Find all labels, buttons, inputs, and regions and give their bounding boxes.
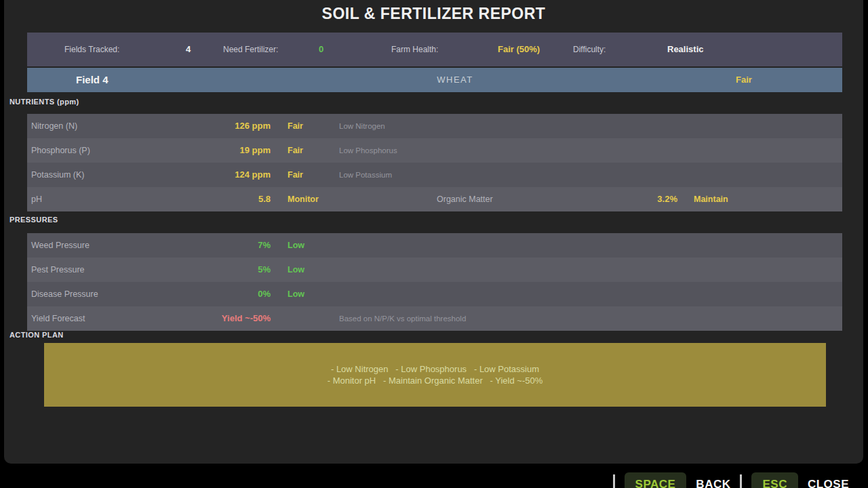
yield-forecast-label: Yield Forecast [31, 306, 85, 331]
pressure-status: Low [288, 258, 304, 282]
field-header-bar[interactable]: Field 4 WHEAT Fair [27, 68, 842, 92]
pressure-value: 7% [203, 233, 271, 258]
nutrient-label: Phosphorus (P) [31, 138, 90, 163]
action-plan-section-label: ACTION PLAN [9, 331, 64, 339]
page-title: SOIL & FERTILIZER REPORT [4, 5, 863, 23]
pressure-value: 0% [203, 282, 271, 306]
farm-health-label: Farm Health: [391, 33, 438, 66]
table-row: Potassium (K) 124 ppm Fair Low Potassium [27, 163, 842, 187]
nutrient-label: pH [31, 187, 42, 211]
esc-key-button[interactable]: ESC [751, 472, 797, 488]
space-key-button[interactable]: SPACE [625, 472, 687, 488]
organic-matter-value: 3.2% [610, 187, 677, 211]
difficulty-value: Realistic [667, 33, 703, 66]
nutrient-value: 19 ppm [203, 138, 271, 163]
nutrient-label: Potassium (K) [31, 163, 85, 187]
report-panel: SOIL & FERTILIZER REPORT Fields Tracked:… [4, 0, 863, 464]
table-row: Weed Pressure 7% Low [27, 233, 842, 258]
farm-health-value: Fair (50%) [498, 33, 540, 66]
nutrient-status: Monitor [288, 187, 319, 211]
nutrient-value: 124 ppm [203, 163, 271, 187]
table-row: pH 5.8 Monitor Organic Matter 3.2% Maint… [27, 187, 842, 211]
pressures-table: Weed Pressure 7% Low Pest Pressure 5% Lo… [27, 233, 842, 331]
action-plan-line: - Low Nitrogen - Low Phosphorus - Low Po… [331, 363, 539, 375]
key-hint-bar: SPACE BACK ESC CLOSE [613, 472, 849, 488]
nutrient-value: 5.8 [203, 187, 271, 211]
need-fertilizer-value: 0 [319, 33, 323, 66]
fields-tracked-value: 4 [186, 33, 191, 66]
organic-matter-status: Maintain [694, 187, 728, 211]
table-row: Pest Pressure 5% Low [27, 258, 842, 282]
nutrient-note: Low Nitrogen [339, 114, 385, 138]
back-button[interactable]: BACK [696, 472, 730, 488]
pressure-label: Pest Pressure [31, 258, 85, 282]
pressures-section-label: PRESSURES [9, 216, 58, 224]
table-row: Nitrogen (N) 126 ppm Fair Low Nitrogen [27, 114, 842, 138]
farm-stats-bar: Fields Tracked: 4 Need Fertilizer: 0 Far… [27, 33, 842, 66]
nutrient-value: 126 ppm [203, 114, 271, 138]
nutrients-section-label: NUTRIENTS (ppm) [9, 98, 79, 106]
difficulty-label: Difficulty: [573, 33, 606, 66]
nutrient-status: Fair [288, 114, 303, 138]
nutrient-label: Nitrogen (N) [31, 114, 77, 138]
table-row: Phosphorus (P) 19 ppm Fair Low Phosphoru… [27, 138, 842, 163]
close-button[interactable]: CLOSE [808, 472, 849, 488]
table-row: Yield Forecast Yield ~-50% Based on N/P/… [27, 306, 842, 331]
pressure-label: Weed Pressure [31, 233, 90, 258]
field-crop: WHEAT [68, 68, 842, 92]
footer-divider [740, 474, 742, 488]
pressure-status: Low [288, 282, 304, 306]
pressure-label: Disease Pressure [31, 282, 98, 306]
action-plan-box: - Low Nitrogen - Low Phosphorus - Low Po… [44, 343, 826, 407]
field-status: Fair [736, 68, 752, 92]
pressure-status: Low [288, 233, 304, 258]
pressure-value: 5% [203, 258, 271, 282]
yield-forecast-note: Based on N/P/K vs optimal threshold [339, 306, 466, 331]
yield-forecast-value: Yield ~-50% [203, 306, 271, 331]
fields-tracked-label: Fields Tracked: [64, 33, 119, 66]
need-fertilizer-label: Need Fertilizer: [223, 33, 278, 66]
nutrient-status: Fair [288, 163, 303, 187]
nutrient-status: Fair [288, 138, 303, 163]
nutrients-table: Nitrogen (N) 126 ppm Fair Low Nitrogen P… [27, 114, 842, 211]
table-row: Disease Pressure 0% Low [27, 282, 842, 306]
nutrient-note: Low Potassium [339, 163, 392, 187]
organic-matter-label: Organic Matter [437, 187, 493, 211]
action-plan-line: - Monitor pH - Maintain Organic Matter -… [328, 375, 543, 386]
footer-divider [613, 474, 615, 488]
nutrient-note: Low Phosphorus [339, 138, 397, 163]
